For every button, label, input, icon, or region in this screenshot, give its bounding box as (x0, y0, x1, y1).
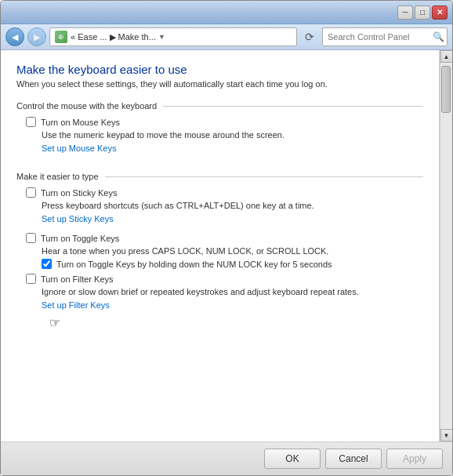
maximize-button[interactable]: □ (415, 5, 430, 20)
breadcrumb-icon: ⊕ (55, 31, 67, 43)
section-mouse-keys-header: Control the mouse with the keyboard (16, 101, 423, 111)
breadcrumb-path: « Ease ... ▶ Make th... (71, 32, 156, 42)
content-panel: Make the keyboard easier to use When you… (1, 50, 440, 441)
main-area: Make the keyboard easier to use When you… (1, 50, 452, 441)
search-wrapper: 🔍 (322, 27, 448, 46)
sticky-keys-row: Turn on Sticky Keys (26, 187, 423, 198)
toggle-keys-label: Turn on Toggle Keys (41, 234, 119, 243)
back-button[interactable]: ◀ (5, 27, 24, 46)
filter-keys-description: Ignore or slow down brief or repeated ke… (26, 287, 423, 296)
toggle-keys-sub-row: Turn on Toggle Keys by holding down the … (26, 259, 423, 269)
breadcrumb-arrow: ▼ (158, 33, 165, 41)
breadcrumb-bar: ⊕ « Ease ... ▶ Make th... ▼ (49, 27, 297, 46)
toggle-keys-sub-label: Turn on Toggle Keys by holding down the … (56, 260, 332, 269)
setup-filter-keys-link[interactable]: Set up Filter Keys (26, 300, 110, 310)
scroll-thumb[interactable] (441, 66, 451, 113)
toggle-keys-row: Turn on Toggle Keys (26, 233, 423, 243)
scroll-track[interactable] (440, 63, 452, 429)
forward-button[interactable]: ▶ (27, 27, 46, 46)
sticky-keys-label: Turn on Sticky Keys (41, 188, 117, 198)
minimize-button[interactable]: ─ (397, 5, 413, 20)
close-button[interactable]: ✕ (432, 5, 448, 20)
section-easier-body: Turn on Sticky Keys Press keyboard short… (16, 187, 423, 316)
setup-mouse-keys-link[interactable]: Set up Mouse Keys (26, 144, 116, 153)
mouse-keys-label: Turn on Mouse Keys (41, 118, 120, 127)
filter-link-area: Set up Filter Keys ☞ (26, 300, 110, 316)
mouse-keys-row: Turn on Mouse Keys (26, 117, 423, 127)
title-bar: ─ □ ✕ (1, 1, 452, 24)
filter-keys-row: Turn on Filter Keys (26, 274, 423, 284)
section-mouse-keys: Control the mouse with the keyboard Turn… (16, 101, 423, 159)
search-input[interactable] (322, 27, 448, 46)
refresh-button[interactable]: ⟳ (300, 27, 319, 46)
main-window: ─ □ ✕ ◀ ▶ ⊕ « Ease ... ▶ Make th... ▼ ⟳ … (0, 0, 453, 476)
scroll-up-button[interactable]: ▲ (440, 50, 453, 63)
mouse-cursor-indicator: ☞ (49, 315, 60, 330)
scrollbar: ▲ ▼ (440, 50, 452, 441)
page-title: Make the keyboard easier to use (16, 63, 423, 76)
sticky-keys-checkbox[interactable] (26, 187, 36, 198)
sticky-keys-description: Press keyboard shortcuts (such as CTRL+A… (26, 201, 423, 210)
filter-keys-label: Turn on Filter Keys (41, 274, 114, 284)
filter-keys-checkbox[interactable] (26, 274, 36, 284)
mouse-keys-description: Use the numeric keypad to move the mouse… (26, 130, 423, 140)
button-bar: OK Cancel Apply (1, 441, 452, 475)
ok-button[interactable]: OK (264, 449, 321, 469)
toggle-keys-checkbox[interactable] (26, 233, 36, 243)
scroll-down-button[interactable]: ▼ (440, 429, 453, 441)
section-mouse-keys-body: Turn on Mouse Keys Use the numeric keypa… (16, 117, 423, 159)
section-easier-header: Make it easier to type (16, 172, 423, 181)
page-subtitle: When you select these settings, they wil… (16, 79, 423, 89)
search-icon-button[interactable]: 🔍 (433, 31, 444, 42)
cancel-button[interactable]: Cancel (325, 449, 382, 469)
section-easier-to-type: Make it easier to type Turn on Sticky Ke… (16, 172, 423, 316)
toggle-keys-sub-checkbox[interactable] (42, 259, 52, 269)
mouse-keys-checkbox[interactable] (26, 117, 36, 127)
window-controls: ─ □ ✕ (397, 5, 448, 20)
address-bar: ◀ ▶ ⊕ « Ease ... ▶ Make th... ▼ ⟳ 🔍 (1, 24, 452, 50)
toggle-keys-description: Hear a tone when you press CAPS LOCK, NU… (26, 246, 423, 256)
setup-sticky-keys-link[interactable]: Set up Sticky Keys (26, 214, 114, 223)
apply-button[interactable]: Apply (386, 449, 443, 469)
